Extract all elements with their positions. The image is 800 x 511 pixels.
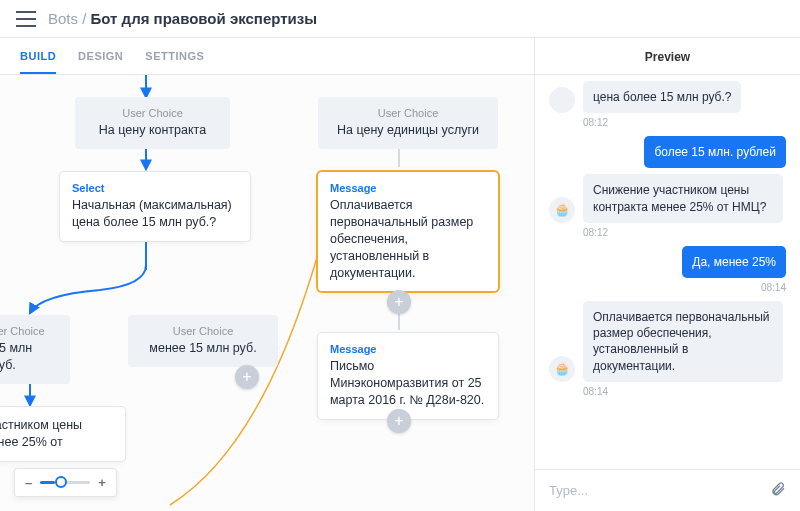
node-message-paid[interactable]: Message Оплачивается первоначальный разм… (318, 172, 498, 291)
node-message-letter[interactable]: Message Письмо Минэкономразвития от 25 м… (318, 333, 498, 419)
tab-build[interactable]: BUILD (20, 38, 56, 74)
tabs-row: BUILD DESIGN SETTINGS Preview (0, 38, 800, 75)
timestamp: 08:12 (583, 117, 786, 128)
preview-panel: цена более 15 млн руб.? 08:12 более 15 м… (534, 75, 800, 511)
chat-message-user: более 15 млн. рублей (549, 136, 786, 168)
add-node-button[interactable]: + (235, 365, 259, 389)
breadcrumb: Bots / Бот для правовой экспертизы (48, 10, 317, 27)
chat-message-bot: цена более 15 млн руб.? (549, 81, 786, 113)
menu-icon[interactable] (16, 11, 36, 27)
bot-avatar-icon (549, 87, 575, 113)
node-choice-less-15[interactable]: User Choice менее 15 млн руб. (128, 315, 278, 367)
breadcrumb-root[interactable]: Bots (48, 10, 78, 27)
tab-design[interactable]: DESIGN (78, 38, 123, 74)
zoom-slider[interactable] (40, 481, 90, 484)
breadcrumb-current: Бот для правовой экспертизы (91, 10, 318, 27)
chat-message-bot: 🧁 Оплачивается первоначальный размер обе… (549, 301, 786, 382)
chat-log: цена более 15 млн руб.? 08:12 более 15 м… (535, 75, 800, 469)
add-node-button[interactable]: + (387, 290, 411, 314)
zoom-thumb[interactable] (55, 476, 67, 488)
bot-avatar-icon: 🧁 (549, 197, 575, 223)
zoom-in-icon[interactable]: + (98, 475, 106, 490)
node-select-reduce[interactable]: участником цены менее 25% от (0, 407, 125, 461)
flow-canvas[interactable]: User Choice На цену контракта User Choic… (0, 75, 534, 511)
node-choice-contract-price[interactable]: User Choice На цену контракта (75, 97, 230, 149)
add-node-button[interactable]: + (387, 409, 411, 433)
node-choice-more-15[interactable]: ser Choice 15 млн руб. (0, 315, 70, 384)
timestamp: 08:12 (583, 227, 786, 238)
composer (535, 469, 800, 511)
node-choice-unit-price[interactable]: User Choice На цену единицы услуги (318, 97, 498, 149)
top-bar: Bots / Бот для правовой экспертизы (0, 0, 800, 38)
timestamp: 08:14 (549, 282, 786, 293)
chat-message-user: Да, менее 25% (549, 246, 786, 278)
node-select-nmc[interactable]: Select Начальная (максимальная) цена бол… (60, 172, 250, 241)
timestamp: 08:14 (583, 386, 786, 397)
chat-input[interactable] (549, 483, 760, 498)
preview-title: Preview (534, 38, 800, 74)
attach-icon[interactable] (770, 480, 786, 501)
zoom-control[interactable]: – + (14, 468, 117, 497)
zoom-out-icon[interactable]: – (25, 475, 32, 490)
tab-settings[interactable]: SETTINGS (145, 38, 204, 74)
chat-message-bot: 🧁 Снижение участником цены контракта мен… (549, 174, 786, 222)
bot-avatar-icon: 🧁 (549, 356, 575, 382)
